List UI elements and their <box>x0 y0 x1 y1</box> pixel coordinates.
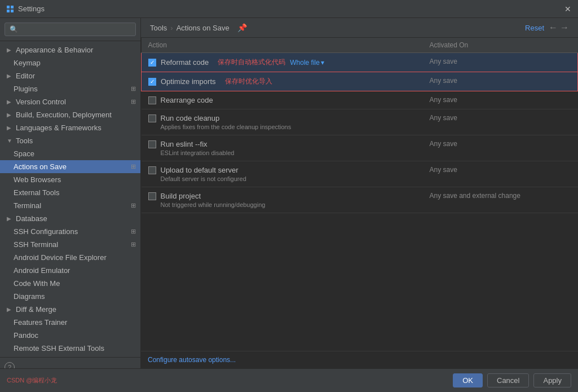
optimize-imports-checkbox[interactable] <box>148 78 156 86</box>
sidebar-item-keymap[interactable]: Keymap <box>0 56 140 69</box>
sidebar-item-diff-merge[interactable]: ▶ Diff & Merge <box>0 303 140 316</box>
sidebar-item-tools[interactable]: ▼ Tools <box>0 134 140 147</box>
sidebar-item-remote-ssh[interactable]: Remote SSH External Tools <box>0 342 140 355</box>
reset-button[interactable]: Reset <box>525 24 544 32</box>
table-row: Run eslint --fix ESLint integration disa… <box>142 135 578 161</box>
ok-button[interactable]: OK <box>453 373 483 387</box>
search-input[interactable] <box>5 23 136 36</box>
sidebar-item-label: Editor <box>16 72 35 80</box>
sidebar-item-label: Keymap <box>14 59 41 67</box>
arrow-icon: ▶ <box>7 47 14 53</box>
action-description: Not triggered while running/debugging <box>148 201 416 208</box>
sidebar-item-label: Appearance & Behavior <box>16 46 93 54</box>
breadcrumb: Tools › Actions on Save 📌 <box>150 23 247 32</box>
close-button[interactable]: ✕ <box>563 5 572 14</box>
sidebar-item-label: Android Emulator <box>14 266 70 275</box>
action-cell: Run eslint --fix ESLint integration disa… <box>142 135 423 161</box>
badge-icon: ⊞ <box>131 163 136 170</box>
rearrange-code-checkbox[interactable] <box>148 96 156 104</box>
action-name: Rearrange code <box>161 96 213 104</box>
sidebar-item-label: Tools <box>16 136 33 145</box>
action-description: Default server is not configured <box>148 175 416 182</box>
panel-header: Tools › Actions on Save 📌 Reset ← → <box>141 18 578 38</box>
action-name-row: Reformat code 保存时自动格式化代码 Whole file ▾ <box>148 58 416 67</box>
activated-on-column-header: Activated On <box>422 38 577 53</box>
dialog-footer: CSDN @编程小龙 OK Cancel Apply <box>0 368 578 392</box>
whole-file-dropdown[interactable]: Whole file ▾ <box>290 59 324 67</box>
sidebar-item-label: Terminal <box>14 201 41 210</box>
sidebar: ▶ Appearance & Behavior Keymap ▶ Editor … <box>0 18 141 368</box>
sidebar-item-actions-on-save[interactable]: Actions on Save ⊞ <box>0 160 140 173</box>
sidebar-item-ssh-config[interactable]: SSH Configurations ⊞ <box>0 225 140 238</box>
action-name: Optimize imports <box>161 77 216 86</box>
sidebar-item-features-trainer[interactable]: Features Trainer <box>0 316 140 329</box>
action-name: Build project <box>161 192 201 200</box>
sidebar-item-label: Languages & Frameworks <box>16 124 102 132</box>
content-area: Action Activated On Reformat code 保存时自 <box>141 38 578 351</box>
forward-button[interactable]: → <box>560 23 569 33</box>
run-code-cleanup-checkbox[interactable] <box>148 114 156 122</box>
nav-arrows: ← → <box>549 23 569 33</box>
table-header-row: Action Activated On <box>142 38 578 53</box>
badge-icon: ⊞ <box>131 228 136 235</box>
action-name: Run eslint --fix <box>161 140 208 148</box>
sidebar-item-diagrams[interactable]: Diagrams <box>0 290 140 303</box>
arrow-icon: ▶ <box>7 125 14 131</box>
sidebar-item-editor[interactable]: ▶ Editor <box>0 69 140 82</box>
sidebar-item-label: Diff & Merge <box>16 305 56 314</box>
action-name-row: Upload to default server <box>148 166 416 174</box>
badge-icon: ⊞ <box>131 202 136 209</box>
sidebar-item-label: Build, Execution, Deployment <box>16 111 112 119</box>
activated-cell: Any save <box>422 72 577 91</box>
activated-cell: Any save <box>422 109 577 135</box>
upload-server-checkbox[interactable] <box>148 166 156 174</box>
table-row: Build project Not triggered while runnin… <box>142 187 578 213</box>
sidebar-item-label: Features Trainer <box>14 318 67 327</box>
arrow-icon: ▶ <box>7 306 14 312</box>
table-row: Run code cleanup Applies fixes from the … <box>142 109 578 135</box>
configure-autosave-link[interactable]: Configure autosave options... <box>148 356 236 364</box>
action-column-header: Action <box>142 38 423 53</box>
build-project-checkbox[interactable] <box>148 192 156 200</box>
activated-cell: Any save <box>422 135 577 161</box>
sidebar-item-label: SSH Configurations <box>14 227 78 236</box>
help-button[interactable]: ? <box>5 362 15 368</box>
sidebar-item-web-browsers[interactable]: Web Browsers <box>0 173 140 186</box>
header-actions: Reset ← → <box>525 23 569 33</box>
action-name: Upload to default server <box>161 166 239 174</box>
sidebar-item-label: SSH Terminal <box>14 240 58 249</box>
badge-icon: ⊞ <box>131 241 136 248</box>
sidebar-item-database[interactable]: ▶ Database <box>0 212 140 225</box>
sidebar-item-build[interactable]: ▶ Build, Execution, Deployment <box>0 108 140 121</box>
apply-button[interactable]: Apply <box>533 373 571 387</box>
table-row: Upload to default server Default server … <box>142 161 578 187</box>
sidebar-item-label: Android Device File Explorer <box>14 253 107 262</box>
sidebar-item-code-with-me[interactable]: Code With Me <box>0 277 140 290</box>
nav-tree: ▶ Appearance & Behavior Keymap ▶ Editor … <box>0 41 140 357</box>
action-name-row: Rearrange code <box>148 96 416 104</box>
reformat-code-checkbox[interactable] <box>148 59 156 67</box>
cancel-button[interactable]: Cancel <box>487 373 529 387</box>
title-bar: Settings ✕ <box>0 0 578 18</box>
table-row: Reformat code 保存时自动格式化代码 Whole file ▾ An… <box>142 53 578 72</box>
chinese-annotation: 保存时自动格式化代码 <box>218 58 285 67</box>
sidebar-item-space[interactable]: Space <box>0 147 140 160</box>
sidebar-item-label: Version Control <box>16 98 66 106</box>
sidebar-item-android-device[interactable]: Android Device File Explorer <box>0 251 140 264</box>
sidebar-item-label: Plugins <box>14 85 38 93</box>
sidebar-item-languages[interactable]: ▶ Languages & Frameworks <box>0 121 140 134</box>
action-cell: Build project Not triggered while runnin… <box>142 187 423 213</box>
table-row: Optimize imports 保存时优化导入 Any save <box>142 72 578 91</box>
sidebar-item-plugins[interactable]: Plugins ⊞ <box>0 82 140 95</box>
sidebar-item-version-control[interactable]: ▶ Version Control ⊞ <box>0 95 140 108</box>
sidebar-item-appearance[interactable]: ▶ Appearance & Behavior <box>0 43 140 56</box>
sidebar-item-external-tools[interactable]: External Tools <box>0 186 140 199</box>
sidebar-item-android-emulator[interactable]: Android Emulator <box>0 264 140 277</box>
action-description: Applies fixes from the code cleanup insp… <box>148 124 416 130</box>
action-cell: Upload to default server Default server … <box>142 161 423 187</box>
sidebar-item-ssh-terminal[interactable]: SSH Terminal ⊞ <box>0 238 140 251</box>
run-eslint-checkbox[interactable] <box>148 140 156 148</box>
back-button[interactable]: ← <box>549 23 558 33</box>
sidebar-item-terminal[interactable]: Terminal ⊞ <box>0 199 140 212</box>
sidebar-item-pandoc[interactable]: Pandoc <box>0 329 140 342</box>
